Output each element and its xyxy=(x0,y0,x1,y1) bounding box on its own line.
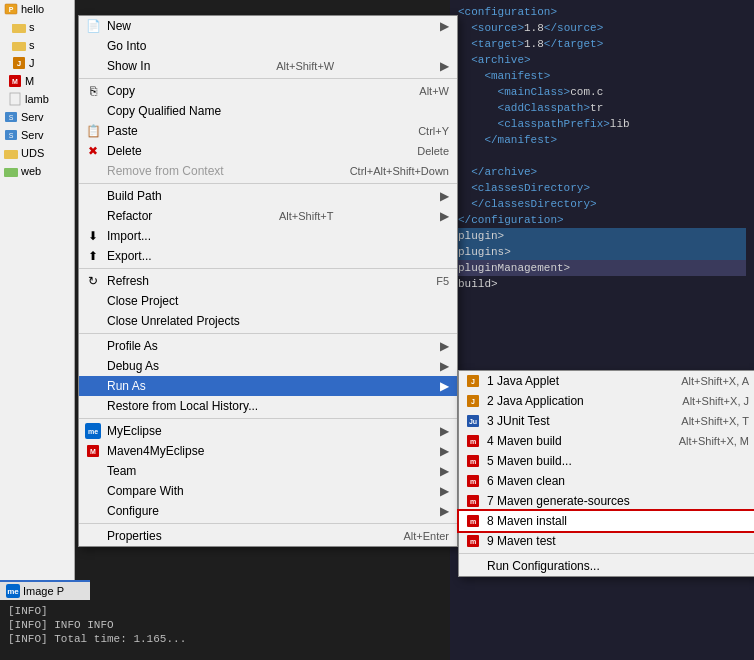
svg-text:m: m xyxy=(470,498,476,505)
run-as-arrow: ▶ xyxy=(440,379,449,393)
menu-item-compare-with[interactable]: Compare With ▶ xyxy=(79,481,457,501)
svg-text:M: M xyxy=(90,448,96,455)
separator-4 xyxy=(79,333,457,334)
build-path-arrow: ▶ xyxy=(440,189,449,203)
configure-arrow: ▶ xyxy=(440,504,449,518)
submenu-item-junit[interactable]: Ju 3 JUnit Test Alt+Shift+X, T xyxy=(459,411,754,431)
maven-build-icon: m xyxy=(465,433,481,449)
code-line-12: <classesDirectory> xyxy=(458,180,746,196)
menu-item-profile-as[interactable]: Profile As ▶ xyxy=(79,336,457,356)
code-line-10 xyxy=(458,148,746,164)
menu-item-import[interactable]: ⬇ Import... xyxy=(79,226,457,246)
submenu-item-maven-test[interactable]: m 9 Maven test xyxy=(459,531,754,551)
code-line-11: </archive> xyxy=(458,164,746,180)
refresh-icon: ↻ xyxy=(85,273,101,289)
project-item-j[interactable]: J J xyxy=(0,54,74,72)
separator-6 xyxy=(79,523,457,524)
menu-item-copy[interactable]: ⎘ Copy Alt+W xyxy=(79,81,457,101)
submenu-item-maven-build2[interactable]: m 5 Maven build... xyxy=(459,451,754,471)
menu-item-myeclipse[interactable]: me MyEclipse ▶ xyxy=(79,421,457,441)
svg-text:m: m xyxy=(470,478,476,485)
maven-icon: M xyxy=(8,74,22,88)
menu-item-build-path[interactable]: Build Path ▶ xyxy=(79,186,457,206)
team-arrow: ▶ xyxy=(440,464,449,478)
image-tab[interactable]: me Image P xyxy=(0,580,90,600)
properties-shortcut: Alt+Enter xyxy=(383,530,449,542)
project-item-s1[interactable]: s xyxy=(0,18,74,36)
menu-item-go-into[interactable]: Go Into xyxy=(79,36,457,56)
menu-item-paste[interactable]: 📋 Paste Ctrl+Y xyxy=(79,121,457,141)
java-applet-icon: J xyxy=(465,373,481,389)
svg-text:J: J xyxy=(17,59,21,68)
file-label-lamb: lamb xyxy=(25,93,49,105)
svg-text:Ju: Ju xyxy=(469,418,477,425)
project-item-serv1[interactable]: S Serv xyxy=(0,108,74,126)
submenu-item-java-applet[interactable]: J 1 Java Applet Alt+Shift+X, A xyxy=(459,371,754,391)
project-item-lamb[interactable]: lamb xyxy=(0,90,74,108)
separator-5 xyxy=(79,418,457,419)
menu-item-team[interactable]: Team ▶ xyxy=(79,461,457,481)
menu-item-refresh[interactable]: ↻ Refresh F5 xyxy=(79,271,457,291)
menu-item-restore-history[interactable]: Restore from Local History... xyxy=(79,396,457,416)
remove-context-shortcut: Ctrl+Alt+Shift+Down xyxy=(330,165,449,177)
code-line-18: build> xyxy=(458,276,746,292)
project-item-s2[interactable]: s xyxy=(0,36,74,54)
junit-icon: Ju xyxy=(465,413,481,429)
submenu-item-maven-clean[interactable]: m 6 Maven clean xyxy=(459,471,754,491)
menu-item-remove-context[interactable]: Remove from Context Ctrl+Alt+Shift+Down xyxy=(79,161,457,181)
project-item-m[interactable]: M M xyxy=(0,72,74,90)
compare-with-arrow: ▶ xyxy=(440,484,449,498)
code-line-1: <configuration> xyxy=(458,4,746,20)
code-line-4: <archive> xyxy=(458,52,746,68)
run-as-submenu: J 1 Java Applet Alt+Shift+X, A J 2 Java … xyxy=(458,370,754,577)
code-line-8: <classpathPrefix>lib xyxy=(458,116,746,132)
submenu-item-maven-generate[interactable]: m 7 Maven generate-sources xyxy=(459,491,754,511)
menu-item-show-in[interactable]: Show In Alt+Shift+W ▶ xyxy=(79,56,457,76)
project-label: hello xyxy=(21,3,44,15)
menu-item-properties[interactable]: Properties Alt+Enter xyxy=(79,526,457,546)
paste-icon: 📋 xyxy=(85,123,101,139)
arrow-icon: ▶ xyxy=(440,19,449,33)
svg-rect-15 xyxy=(4,168,18,177)
java-icon: J xyxy=(12,56,26,70)
menu-item-debug-as[interactable]: Debug As ▶ xyxy=(79,356,457,376)
menu-item-configure[interactable]: Configure ▶ xyxy=(79,501,457,521)
code-line-7: <addClasspath>tr xyxy=(458,100,746,116)
menu-item-new[interactable]: 📄 New ▶ xyxy=(79,16,457,36)
project-item-hello[interactable]: P hello xyxy=(0,0,74,18)
menu-item-run-as[interactable]: Run As ▶ xyxy=(79,376,457,396)
uds-label: UDS xyxy=(21,147,44,159)
project-item-web[interactable]: web xyxy=(0,162,74,180)
svg-rect-4 xyxy=(12,42,26,51)
menu-item-refactor[interactable]: Refactor Alt+Shift+T ▶ xyxy=(79,206,457,226)
project-item-serv2[interactable]: S Serv xyxy=(0,126,74,144)
submenu-item-java-app[interactable]: J 2 Java Application Alt+Shift+X, J xyxy=(459,391,754,411)
svg-text:J: J xyxy=(471,378,475,385)
file-icon xyxy=(8,92,22,106)
menu-item-maven4[interactable]: M Maven4MyEclipse ▶ xyxy=(79,441,457,461)
refactor-arrow: ▶ xyxy=(440,209,449,223)
menu-item-export[interactable]: ⬆ Export... xyxy=(79,246,457,266)
uds-icon xyxy=(4,146,18,160)
svg-text:m: m xyxy=(470,458,476,465)
show-in-shortcut: Alt+Shift+W xyxy=(256,60,334,72)
code-line-13: </classesDirectory> xyxy=(458,196,746,212)
menu-item-copy-qualified[interactable]: Copy Qualified Name xyxy=(79,101,457,121)
serv-icon1: S xyxy=(4,110,18,124)
submenu-item-maven-install[interactable]: m 8 Maven install xyxy=(459,511,754,531)
folder-label2: s xyxy=(29,39,35,51)
svg-text:J: J xyxy=(471,398,475,405)
serv-icon2: S xyxy=(4,128,18,142)
svg-rect-14 xyxy=(4,150,18,159)
project-item-uds[interactable]: UDS xyxy=(0,144,74,162)
svg-text:S: S xyxy=(9,132,14,139)
menu-item-close-unrelated[interactable]: Close Unrelated Projects xyxy=(79,311,457,331)
show-in-arrow: ▶ xyxy=(440,59,449,73)
submenu-item-maven-build[interactable]: m 4 Maven build Alt+Shift+X, M xyxy=(459,431,754,451)
code-line-5: <manifest> xyxy=(458,68,746,84)
menu-item-delete[interactable]: ✖ Delete Delete xyxy=(79,141,457,161)
menu-item-close-project[interactable]: Close Project xyxy=(79,291,457,311)
submenu-item-run-configs[interactable]: Run Configurations... xyxy=(459,556,754,576)
java-app-shortcut: Alt+Shift+X, J xyxy=(672,395,749,407)
project-icon: P xyxy=(4,2,18,16)
